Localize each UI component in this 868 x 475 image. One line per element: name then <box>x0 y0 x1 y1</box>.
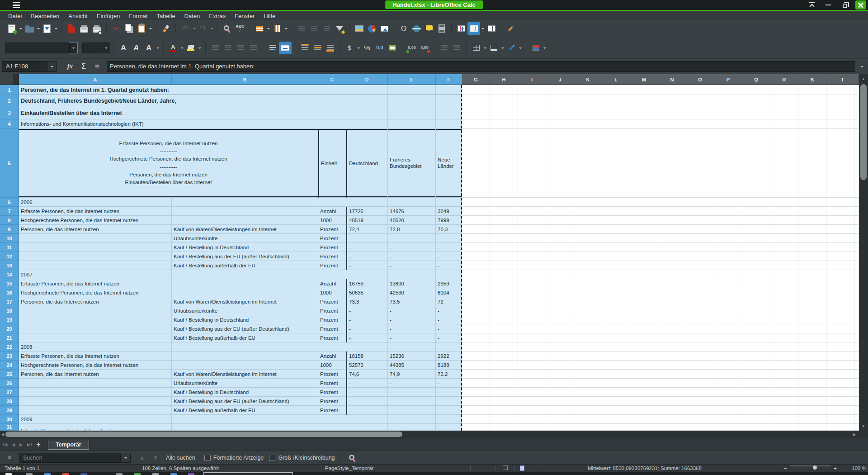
cell-D15[interactable]: 16759 <box>346 279 388 288</box>
cell-D16[interactable]: 50635 <box>346 288 388 297</box>
cell-E21[interactable]: - <box>388 333 436 342</box>
cell-A13[interactable] <box>19 261 172 270</box>
cell-F6[interactable] <box>436 198 462 207</box>
zoom-in-icon[interactable]: + <box>834 466 837 471</box>
cell-A6[interactable]: 2006 <box>19 198 172 207</box>
cell-C31[interactable] <box>318 424 346 431</box>
expand-formula-bar-icon[interactable] <box>858 64 866 69</box>
cell-F16[interactable]: 8104 <box>436 288 462 297</box>
cell-E22[interactable] <box>388 342 436 352</box>
cell-A31[interactable]: Erfasste Personen, die das Internet nutz… <box>19 424 172 431</box>
cell-E23[interactable]: 15236 <box>388 352 436 361</box>
cell-E17[interactable]: 73,5 <box>388 297 436 306</box>
taskbar-icon[interactable] <box>44 473 51 475</box>
underline-button[interactable]: A <box>142 42 155 54</box>
cell-F21[interactable]: - <box>436 333 462 342</box>
empty-cells-row-1[interactable] <box>462 85 859 95</box>
cell-E15[interactable]: 13800 <box>388 279 436 288</box>
menu-item-ansicht[interactable]: Ansicht <box>64 12 92 20</box>
row-header-6[interactable]: 6 <box>0 198 19 207</box>
row-header-9[interactable]: 9 <box>0 225 19 234</box>
taskbar-active-window[interactable] <box>203 472 293 475</box>
cell-B28[interactable]: Kauf / Bestellung aus der EU (außer Deut… <box>172 397 318 406</box>
cell-B26[interactable]: Urlaubsunterkünfte <box>172 379 318 388</box>
menu-item-daten[interactable]: Daten <box>180 12 205 20</box>
cell-C15[interactable]: Anzahl <box>318 279 346 288</box>
sort-descending-button[interactable] <box>308 22 321 35</box>
cell-D10[interactable]: - <box>346 234 388 243</box>
cell-A22[interactable]: 2008 <box>19 342 172 352</box>
taskbar-icon[interactable] <box>116 473 123 475</box>
cell-E5[interactable]: Früheres Bundesgebiet <box>388 129 436 198</box>
cell-D31[interactable] <box>346 424 388 431</box>
cell-D25[interactable]: 74,6 <box>346 370 388 379</box>
sort-ascending-button[interactable] <box>321 22 333 35</box>
cell-E25[interactable]: 74,9 <box>388 370 436 379</box>
cell-E24[interactable]: 44385 <box>388 361 436 370</box>
row-header-4[interactable]: 4 <box>0 119 19 129</box>
empty-cells-row-26[interactable] <box>462 379 859 388</box>
cell-B16[interactable] <box>172 288 318 297</box>
equals-icon[interactable]: = <box>90 62 104 71</box>
font-color-dropdown[interactable] <box>179 42 184 54</box>
cell-A25[interactable]: Personen, die das Internet nutzen <box>19 370 172 379</box>
menu-item-extras[interactable]: Extras <box>204 12 230 20</box>
cell-F14[interactable] <box>436 270 462 279</box>
save-button[interactable] <box>41 22 53 35</box>
special-character-button[interactable]: Ω <box>397 22 410 35</box>
cell-E11[interactable]: - <box>388 243 436 252</box>
column-header-J[interactable]: J <box>546 74 574 85</box>
cell-E28[interactable]: - <box>388 397 436 406</box>
column-header-D[interactable]: D <box>346 74 388 85</box>
grid-lines-dropdown[interactable] <box>480 22 485 35</box>
show-draw-functions-button[interactable] <box>505 22 517 35</box>
cell-D22[interactable] <box>346 342 388 352</box>
cell-A9[interactable]: Personen, die das Internet nutzen <box>19 225 172 234</box>
undo-dropdown[interactable] <box>192 22 197 35</box>
cell-F27[interactable]: - <box>436 388 462 397</box>
formatted-display-checkbox[interactable] <box>204 455 211 461</box>
row-header-23[interactable]: 23 <box>0 352 19 361</box>
first-sheet-icon[interactable]: ◀ <box>2 442 9 447</box>
cell-B19[interactable]: Kauf / Bestellung in Deutschland <box>172 315 318 324</box>
cell-B27[interactable]: Kauf / Bestellung in Deutschland <box>172 388 318 397</box>
open-dropdown[interactable] <box>36 22 41 35</box>
scroll-up-icon[interactable]: ▲ <box>859 75 868 82</box>
cell-B6[interactable] <box>172 198 318 207</box>
row-header-22[interactable]: 22 <box>0 342 19 352</box>
cell-B29[interactable]: Kauf / Bestellung außerhalb der EU <box>172 406 318 415</box>
cell-C16[interactable]: 1000 <box>318 288 346 297</box>
cell-A21[interactable] <box>19 333 172 342</box>
hamburger-menu-icon[interactable] <box>13 2 20 8</box>
cell-D13[interactable]: - <box>346 261 388 270</box>
cell-A5[interactable]: Erfasste Personen, die das Internet nutz… <box>19 129 318 198</box>
menu-item-hilfe[interactable]: Hilfe <box>259 12 280 20</box>
cell-F7[interactable]: 3049 <box>436 207 462 216</box>
cell-B21[interactable]: Kauf / Bestellung außerhalb der EU <box>172 333 318 342</box>
cell-C12[interactable]: Prozent <box>318 252 346 261</box>
cell-A16[interactable]: Hochgerechnete Personen, die das Interne… <box>19 288 172 297</box>
cell-D1[interactable] <box>346 85 388 95</box>
row-header-21[interactable]: 21 <box>0 333 19 342</box>
find-replace-button[interactable] <box>221 22 234 35</box>
highlight-color-button[interactable] <box>184 42 197 54</box>
cell-F22[interactable] <box>436 342 462 352</box>
taskbar-icon[interactable] <box>152 473 159 475</box>
cell-D11[interactable]: - <box>346 243 388 252</box>
cell-C10[interactable]: Prozent <box>318 234 346 243</box>
zoom-slider-thumb[interactable] <box>813 466 817 470</box>
select-all-corner[interactable] <box>0 74 19 85</box>
minimize-button[interactable] <box>823 0 834 10</box>
empty-cells-row-23[interactable] <box>462 352 859 361</box>
cell-E27[interactable]: - <box>388 388 436 397</box>
row-header-25[interactable]: 25 <box>0 370 19 379</box>
cell-F9[interactable]: 70,3 <box>436 225 462 234</box>
conditional-formatting-dropdown[interactable] <box>542 42 547 54</box>
sum-icon[interactable]: Σ <box>77 62 90 71</box>
menu-item-tabelle[interactable]: Tabelle <box>152 12 179 20</box>
menu-item-fenster[interactable]: Fenster <box>230 12 259 20</box>
cell-F4[interactable] <box>436 119 462 129</box>
show-grid-lines-button[interactable] <box>467 22 480 35</box>
cell-C19[interactable]: Prozent <box>318 315 346 324</box>
export-pdf-button[interactable] <box>65 22 78 35</box>
